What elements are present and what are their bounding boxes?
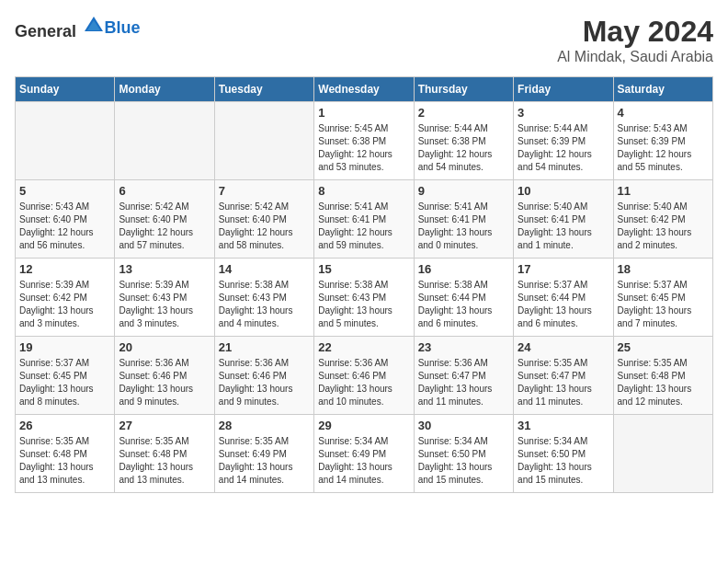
cell-line: Sunset: 6:46 PM — [119, 370, 210, 383]
cell-line: Sunrise: 5:36 AM — [119, 357, 210, 370]
day-number: 27 — [119, 419, 210, 432]
cell-line: Daylight: 13 hours — [119, 461, 210, 474]
day-number: 12 — [19, 262, 110, 276]
cell-line: and 11 minutes. — [518, 396, 609, 408]
calendar-cell: 13Sunrise: 5:39 AMSunset: 6:43 PMDayligh… — [115, 259, 214, 337]
cell-line: Sunset: 6:45 PM — [618, 292, 709, 304]
cell-line: and 8 minutes. — [19, 396, 110, 408]
calendar-cell: 21Sunrise: 5:36 AMSunset: 6:46 PMDayligh… — [214, 337, 313, 415]
cell-line: Daylight: 12 hours — [318, 226, 409, 239]
cell-line: Sunset: 6:40 PM — [219, 213, 310, 226]
calendar-cell: 27Sunrise: 5:35 AMSunset: 6:48 PMDayligh… — [115, 415, 214, 493]
cell-line: Sunset: 6:41 PM — [418, 213, 509, 226]
cell-line: and 6 minutes. — [518, 317, 609, 330]
calendar-cell: 7Sunrise: 5:42 AMSunset: 6:40 PMDaylight… — [214, 180, 313, 259]
cell-line: Sunrise: 5:44 AM — [518, 122, 609, 135]
cell-line: Daylight: 12 hours — [119, 226, 210, 239]
calendar-cell: 23Sunrise: 5:36 AMSunset: 6:47 PMDayligh… — [414, 337, 513, 415]
cell-line: Sunrise: 5:35 AM — [219, 435, 310, 448]
cell-line: Daylight: 13 hours — [219, 383, 310, 396]
cell-line: and 3 minutes. — [119, 317, 210, 330]
cell-line: Sunrise: 5:34 AM — [518, 435, 609, 448]
cell-line: Sunset: 6:42 PM — [19, 292, 110, 304]
cell-line: and 58 minutes. — [219, 239, 310, 252]
page-header: General Blue May 2024 Al Mindak, Saudi A… — [15, 15, 713, 65]
calendar-cell — [115, 102, 214, 180]
cell-line: Daylight: 13 hours — [418, 383, 509, 396]
cell-line: Sunrise: 5:43 AM — [618, 122, 709, 135]
cell-line: and 3 minutes. — [19, 317, 110, 330]
calendar-table: SundayMondayTuesdayWednesdayThursdayFrid… — [15, 76, 713, 493]
cell-line: Daylight: 13 hours — [219, 304, 310, 317]
day-number: 5 — [19, 184, 110, 198]
cell-line: Sunrise: 5:40 AM — [618, 201, 709, 213]
cell-line: Sunrise: 5:36 AM — [418, 357, 509, 370]
calendar-cell: 30Sunrise: 5:34 AMSunset: 6:50 PMDayligh… — [414, 415, 513, 493]
cell-line: Daylight: 13 hours — [119, 304, 210, 317]
calendar-cell: 17Sunrise: 5:37 AMSunset: 6:44 PMDayligh… — [514, 259, 613, 337]
cell-line: Sunrise: 5:35 AM — [518, 357, 609, 370]
cell-line: Daylight: 13 hours — [19, 304, 110, 317]
cell-line: and 5 minutes. — [318, 317, 409, 330]
cell-line: and 59 minutes. — [318, 239, 409, 252]
logo-general: General — [15, 22, 76, 40]
cell-line: and 13 minutes. — [119, 474, 210, 487]
cell-line: Daylight: 13 hours — [318, 304, 409, 317]
day-number: 10 — [518, 184, 609, 198]
calendar-week-2: 5Sunrise: 5:43 AMSunset: 6:40 PMDaylight… — [16, 180, 713, 259]
cell-line: and 1 minute. — [518, 239, 609, 252]
day-number: 13 — [119, 262, 210, 276]
day-number: 4 — [618, 106, 709, 120]
calendar-cell: 11Sunrise: 5:40 AMSunset: 6:42 PMDayligh… — [613, 180, 712, 259]
weekday-header-sunday: Sunday — [16, 77, 115, 102]
cell-line: and 14 minutes. — [219, 474, 310, 487]
cell-line: and 57 minutes. — [119, 239, 210, 252]
cell-line: and 12 minutes. — [618, 396, 709, 408]
cell-line: Sunset: 6:41 PM — [518, 213, 609, 226]
day-number: 14 — [219, 262, 310, 276]
calendar-week-4: 19Sunrise: 5:37 AMSunset: 6:45 PMDayligh… — [16, 337, 713, 415]
calendar-week-1: 1Sunrise: 5:45 AMSunset: 6:38 PMDaylight… — [16, 102, 713, 180]
header-row: SundayMondayTuesdayWednesdayThursdayFrid… — [16, 77, 713, 102]
cell-line: Sunset: 6:40 PM — [119, 213, 210, 226]
cell-line: and 56 minutes. — [19, 239, 110, 252]
day-number: 16 — [418, 262, 509, 276]
cell-line: Sunrise: 5:43 AM — [19, 201, 110, 213]
cell-line: Sunrise: 5:42 AM — [219, 201, 310, 213]
cell-line: and 6 minutes. — [418, 317, 509, 330]
cell-line: Daylight: 13 hours — [418, 304, 509, 317]
calendar-cell — [214, 102, 313, 180]
calendar-cell: 16Sunrise: 5:38 AMSunset: 6:44 PMDayligh… — [414, 259, 513, 337]
cell-line: Daylight: 12 hours — [219, 226, 310, 239]
cell-line: Sunset: 6:44 PM — [418, 292, 509, 304]
day-number: 11 — [618, 184, 709, 198]
cell-line: Sunset: 6:39 PM — [518, 135, 609, 148]
cell-line: Daylight: 13 hours — [518, 461, 609, 474]
day-number: 18 — [618, 262, 709, 276]
cell-line: Sunset: 6:49 PM — [219, 448, 310, 461]
calendar-cell: 14Sunrise: 5:38 AMSunset: 6:43 PMDayligh… — [214, 259, 313, 337]
calendar-cell: 18Sunrise: 5:37 AMSunset: 6:45 PMDayligh… — [613, 259, 712, 337]
cell-line: Sunset: 6:45 PM — [19, 370, 110, 383]
cell-line: and 9 minutes. — [119, 396, 210, 408]
day-number: 30 — [418, 419, 509, 432]
cell-line: Daylight: 13 hours — [618, 226, 709, 239]
cell-line: Sunrise: 5:45 AM — [318, 122, 409, 135]
cell-line: Sunrise: 5:38 AM — [418, 279, 509, 292]
cell-line: Sunset: 6:47 PM — [418, 370, 509, 383]
calendar-cell: 31Sunrise: 5:34 AMSunset: 6:50 PMDayligh… — [514, 415, 613, 493]
cell-line: Daylight: 13 hours — [119, 383, 210, 396]
cell-line: and 2 minutes. — [618, 239, 709, 252]
cell-line: Sunrise: 5:34 AM — [418, 435, 509, 448]
calendar-cell: 19Sunrise: 5:37 AMSunset: 6:45 PMDayligh… — [16, 337, 115, 415]
calendar-cell: 20Sunrise: 5:36 AMSunset: 6:46 PMDayligh… — [115, 337, 214, 415]
cell-line: Daylight: 13 hours — [518, 226, 609, 239]
cell-line: and 9 minutes. — [219, 396, 310, 408]
cell-line: Sunrise: 5:44 AM — [418, 122, 509, 135]
calendar-cell: 9Sunrise: 5:41 AMSunset: 6:41 PMDaylight… — [414, 180, 513, 259]
day-number: 1 — [318, 106, 409, 120]
day-number: 31 — [518, 419, 609, 432]
calendar-cell: 1Sunrise: 5:45 AMSunset: 6:38 PMDaylight… — [314, 102, 414, 180]
weekday-header-wednesday: Wednesday — [314, 77, 414, 102]
calendar-cell: 28Sunrise: 5:35 AMSunset: 6:49 PMDayligh… — [214, 415, 313, 493]
